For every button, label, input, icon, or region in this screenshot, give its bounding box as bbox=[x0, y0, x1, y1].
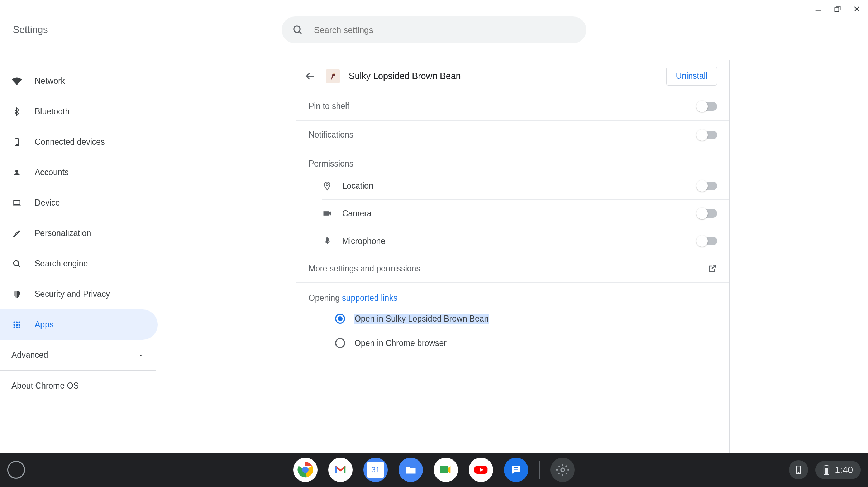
system-tray: 1:40 bbox=[789, 460, 861, 479]
svg-point-14 bbox=[16, 321, 18, 323]
microphone-icon bbox=[322, 236, 332, 246]
search-input[interactable] bbox=[314, 25, 576, 35]
launcher-button[interactable] bbox=[7, 461, 25, 479]
search-icon bbox=[11, 259, 22, 269]
sidebar-about[interactable]: About Chrome OS bbox=[0, 371, 158, 401]
svg-point-15 bbox=[19, 321, 20, 323]
radio-button[interactable] bbox=[335, 314, 345, 324]
more-settings-label: More settings and permissions bbox=[309, 264, 420, 274]
location-toggle[interactable] bbox=[697, 182, 717, 190]
sidebar-item-label: Security and Privacy bbox=[35, 289, 110, 299]
svg-point-4 bbox=[294, 26, 300, 32]
apps-grid-icon bbox=[11, 319, 22, 330]
back-button[interactable] bbox=[303, 69, 317, 83]
permission-label: Location bbox=[342, 181, 373, 191]
pin-to-shelf-row: Pin to shelf bbox=[296, 92, 729, 120]
shelf-apps: 31 bbox=[293, 458, 575, 482]
sidebar-item-apps[interactable]: Apps bbox=[0, 309, 158, 340]
svg-line-5 bbox=[299, 31, 301, 33]
sidebar-about-label: About Chrome OS bbox=[11, 381, 79, 391]
permission-camera-row: Camera bbox=[322, 199, 729, 227]
notifications-tray-button[interactable] bbox=[789, 460, 808, 479]
sidebar-item-label: Device bbox=[35, 198, 60, 208]
microphone-toggle[interactable] bbox=[697, 237, 717, 245]
svg-rect-35 bbox=[440, 466, 448, 473]
phone-icon bbox=[11, 137, 22, 148]
sidebar-item-label: Accounts bbox=[35, 168, 69, 177]
clock: 1:40 bbox=[835, 464, 853, 476]
svg-line-12 bbox=[18, 265, 20, 267]
app-icon bbox=[326, 69, 340, 83]
sidebar-item-device[interactable]: Device bbox=[0, 188, 158, 218]
svg-point-16 bbox=[14, 324, 15, 326]
pin-to-shelf-label: Pin to shelf bbox=[309, 101, 349, 111]
app-name: Sulky Lopsided Brown Bean bbox=[349, 71, 658, 81]
battery-icon bbox=[823, 465, 830, 475]
shelf-youtube-icon[interactable] bbox=[469, 458, 493, 482]
shelf: 31 1:40 bbox=[0, 453, 868, 487]
svg-point-20 bbox=[16, 326, 18, 328]
laptop-icon bbox=[11, 198, 22, 208]
sidebar-item-label: Search engine bbox=[35, 259, 88, 269]
sidebar: Network Bluetooth Connected devices Acco… bbox=[0, 60, 158, 453]
svg-rect-9 bbox=[14, 200, 20, 204]
permission-microphone-row: Microphone bbox=[322, 227, 729, 255]
sidebar-item-connected-devices[interactable]: Connected devices bbox=[0, 127, 158, 157]
shelf-meet-icon[interactable] bbox=[434, 458, 458, 482]
sidebar-item-bluetooth[interactable]: Bluetooth bbox=[0, 96, 158, 127]
shelf-gmail-icon[interactable] bbox=[328, 458, 353, 482]
svg-point-11 bbox=[14, 261, 19, 266]
radio-button[interactable] bbox=[335, 338, 345, 348]
svg-point-17 bbox=[16, 324, 18, 326]
svg-line-28 bbox=[712, 265, 716, 269]
sidebar-item-label: Network bbox=[35, 76, 65, 86]
pin-to-shelf-toggle[interactable] bbox=[697, 102, 717, 111]
sidebar-item-personalization[interactable]: Personalization bbox=[0, 218, 158, 249]
opening-prefix: Opening bbox=[309, 293, 342, 303]
status-tray[interactable]: 1:40 bbox=[815, 461, 861, 479]
bluetooth-icon bbox=[11, 106, 22, 117]
opening-links-header: Opening supported links bbox=[296, 283, 729, 307]
shelf-files-icon[interactable] bbox=[399, 458, 423, 482]
shelf-chrome-icon[interactable] bbox=[293, 458, 318, 482]
svg-rect-43 bbox=[826, 465, 828, 466]
shield-icon bbox=[11, 289, 22, 300]
svg-rect-25 bbox=[324, 211, 329, 216]
sidebar-item-accounts[interactable]: Accounts bbox=[0, 157, 158, 188]
svg-point-39 bbox=[561, 468, 564, 472]
svg-point-8 bbox=[15, 170, 18, 173]
radio-open-in-app[interactable]: Open in Sulky Lopsided Brown Bean bbox=[296, 307, 729, 331]
sidebar-item-label: Personalization bbox=[35, 228, 91, 238]
uninstall-button[interactable]: Uninstall bbox=[666, 67, 717, 86]
sidebar-item-search-engine[interactable]: Search engine bbox=[0, 249, 158, 279]
pencil-icon bbox=[11, 228, 22, 239]
supported-links-link[interactable]: supported links bbox=[342, 293, 397, 303]
sidebar-advanced[interactable]: Advanced bbox=[0, 340, 158, 370]
wifi-icon bbox=[11, 76, 22, 87]
permissions-header: Permissions bbox=[296, 149, 729, 172]
svg-point-21 bbox=[19, 326, 20, 328]
chevron-down-icon bbox=[138, 352, 144, 358]
person-icon bbox=[11, 167, 22, 178]
more-settings-row[interactable]: More settings and permissions bbox=[296, 255, 729, 283]
shelf-messages-icon[interactable] bbox=[504, 458, 528, 482]
svg-rect-33 bbox=[335, 467, 337, 473]
svg-rect-34 bbox=[344, 467, 346, 473]
shelf-calendar-icon[interactable]: 31 bbox=[363, 458, 388, 482]
detail-header: Sulky Lopsided Brown Bean Uninstall bbox=[296, 60, 729, 92]
radio-label: Open in Chrome browser bbox=[354, 338, 447, 348]
search-box[interactable] bbox=[282, 16, 586, 43]
radio-open-in-chrome[interactable]: Open in Chrome browser bbox=[296, 331, 729, 355]
sidebar-item-network[interactable]: Network bbox=[0, 66, 158, 96]
notifications-toggle[interactable] bbox=[697, 131, 717, 139]
camera-toggle[interactable] bbox=[697, 209, 717, 218]
shelf-settings-icon[interactable] bbox=[550, 458, 575, 482]
svg-rect-26 bbox=[326, 238, 328, 242]
header: Settings bbox=[0, 0, 868, 60]
shelf-divider bbox=[539, 461, 540, 479]
svg-point-13 bbox=[14, 321, 15, 323]
sidebar-item-label: Connected devices bbox=[35, 137, 105, 147]
sidebar-item-security[interactable]: Security and Privacy bbox=[0, 279, 158, 309]
permission-label: Microphone bbox=[342, 236, 385, 246]
sidebar-item-label: Apps bbox=[35, 320, 53, 329]
